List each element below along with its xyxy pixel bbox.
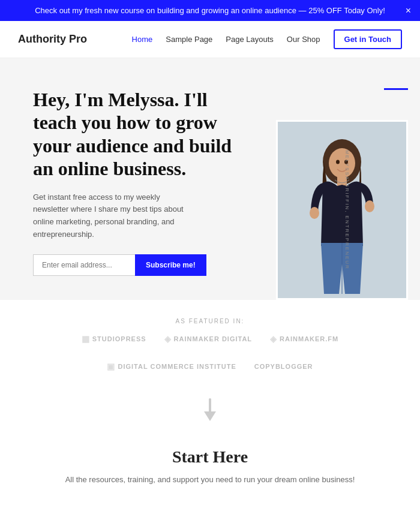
header: Authority Pro Home Sample Page Page Layo… — [0, 21, 420, 58]
email-form: Subscribe me! — [33, 254, 246, 276]
announcement-bar: Check out my fresh new course on buildin… — [0, 0, 420, 21]
person-illustration — [288, 126, 396, 294]
hero-right: MELYSSA GRIFFIN, ENTREPRENEUR — [264, 58, 420, 300]
featured-logo-copyblogger: copyblogger — [254, 363, 313, 370]
announcement-close-button[interactable]: × — [406, 6, 411, 16]
blue-accent-top — [384, 88, 408, 90]
announcement-text: Check out my fresh new course on buildin… — [35, 6, 385, 15]
photo-label: MELYSSA GRIFFIN, ENTREPRENEUR — [345, 150, 350, 270]
nav-our-shop[interactable]: Our Shop — [287, 35, 320, 44]
rainmaker-fm-label: RAINMAKER.FM — [280, 335, 338, 342]
rainmaker-digital-icon: ◈ — [164, 334, 172, 344]
featured-logos: ▦ STUDIOPRESS ◈ RAINMAKER DIGITAL ◈ RAIN… — [18, 334, 402, 371]
hero-heading: Hey, I'm Melyssa. I'll teach you how to … — [33, 88, 246, 181]
digital-commerce-label: Digital Commerce INSTITUTE — [118, 363, 236, 370]
nav-home[interactable]: Home — [132, 35, 153, 44]
start-here-body: All the resources, training, and support… — [18, 474, 402, 486]
svg-point-3 — [336, 160, 340, 164]
hero-body: Get instant free access to my weekly new… — [33, 191, 189, 241]
start-here-heading: Start Here — [18, 447, 402, 467]
nav-page-layouts[interactable]: Page Layouts — [226, 35, 274, 44]
featured-logo-studiopress: ▦ STUDIOPRESS — [82, 334, 146, 344]
svg-point-7 — [365, 200, 374, 212]
main-nav: Home Sample Page Page Layouts Our Shop G… — [132, 29, 402, 49]
hero-section: Hey, I'm Melyssa. I'll teach you how to … — [0, 58, 420, 300]
main-content: Hey, I'm Melyssa. I'll teach you how to … — [0, 58, 420, 505]
subscribe-button[interactable]: Subscribe me! — [135, 254, 206, 276]
logo: Authority Pro — [18, 33, 87, 46]
copyblogger-label: copyblogger — [254, 363, 313, 370]
get-in-touch-button[interactable]: Get in Touch — [334, 29, 402, 49]
rainmaker-fm-icon: ◈ — [270, 334, 277, 344]
email-input[interactable] — [33, 254, 135, 276]
featured-logo-rainmaker-digital: ◈ RAINMAKER DIGITAL — [164, 334, 252, 344]
hero-left: Hey, I'm Melyssa. I'll teach you how to … — [0, 58, 264, 300]
nav-sample-page[interactable]: Sample Page — [166, 35, 212, 44]
digital-commerce-icon: ▣ — [107, 362, 115, 371]
svg-point-6 — [310, 207, 319, 219]
arrow-divider — [0, 383, 420, 441]
start-here-section: Start Here All the resources, training, … — [0, 441, 420, 505]
featured-label: AS FEATURED IN: — [18, 318, 402, 324]
hero-photo-inner — [278, 122, 406, 298]
featured-section: AS FEATURED IN: ▦ STUDIOPRESS ◈ RAINMAKE… — [0, 300, 420, 383]
featured-logo-digital-commerce: ▣ Digital Commerce INSTITUTE — [107, 362, 236, 371]
hero-photo: MELYSSA GRIFFIN, ENTREPRENEUR — [276, 120, 408, 300]
scroll-arrow-icon — [201, 398, 219, 422]
featured-logo-rainmaker-fm: ◈ RAINMAKER.FM — [270, 334, 338, 344]
svg-marker-10 — [204, 411, 216, 421]
studiopress-label: STUDIOPRESS — [92, 335, 146, 342]
svg-point-2 — [329, 148, 355, 178]
studiopress-icon: ▦ — [82, 334, 90, 344]
rainmaker-digital-label: RAINMAKER DIGITAL — [174, 335, 252, 342]
